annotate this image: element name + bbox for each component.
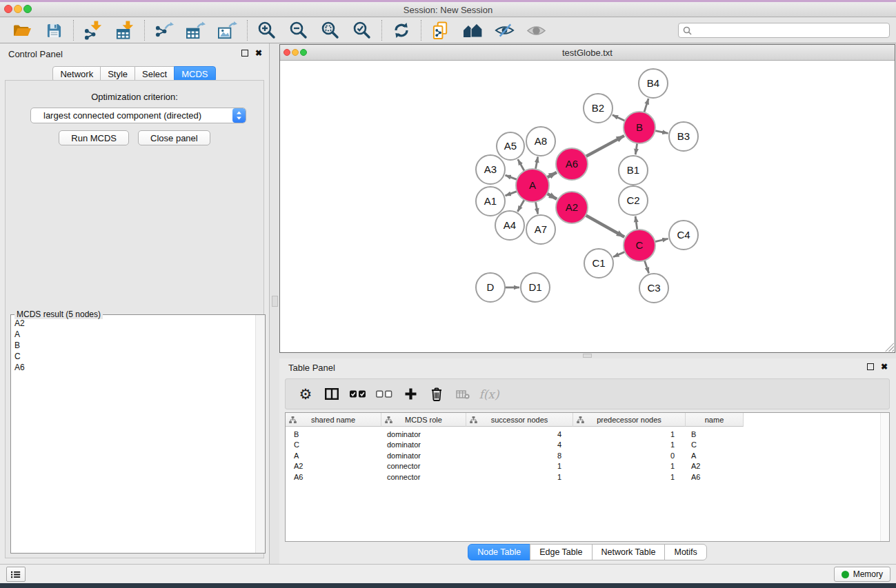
table-cell: 4 [466,430,573,438]
graph-edge-A6-B[interactable] [585,136,624,157]
column-layout-button[interactable] [319,382,345,407]
select-stepper-icon [232,108,246,123]
list-icon [11,570,21,579]
graph-edge-B-B1[interactable] [635,143,637,154]
mcds-scrollbar[interactable] [255,315,265,553]
column-header-name[interactable]: name [686,413,744,427]
double-house-icon [462,23,483,39]
graph-edge-A-A6[interactable] [546,172,557,178]
mcds-result-item[interactable]: C [11,351,255,362]
table-body: Bdominator41BCdominator41CAdominator80AA… [286,429,881,541]
table-cell: C [286,440,381,449]
graph-edge-B-B3[interactable] [655,130,668,133]
zoom-fit-button[interactable] [319,19,342,42]
table-cell: connector [381,473,466,481]
mcds-panel-body: Optimization criterion: largest connecte… [5,80,264,558]
table-cell: A6 [686,473,744,481]
graph-edge-A-A1[interactable] [506,191,518,196]
graph-edge-B-B2[interactable] [613,115,626,121]
graph-edge-A2-C[interactable] [585,215,624,237]
table-row[interactable]: A6connector11A6 [286,472,881,483]
network-canvas[interactable]: B4B2BB3A5A8A6A3AB1A1C2A2A4A7C4CC1DD1C3 [280,60,895,352]
select-all-columns-button[interactable] [345,382,371,407]
table-cell: 1 [573,440,686,449]
tab-motifs[interactable]: Motifs [664,544,706,560]
graph-node-label: A7 [535,223,547,235]
home-layout-button[interactable] [461,19,484,42]
export-image-button[interactable] [216,19,239,42]
table-row[interactable]: A2connector11A2 [286,461,881,472]
toolbar-separator [421,20,421,41]
table-row[interactable]: Bdominator41B [286,429,881,440]
zoom-selected-button[interactable] [350,19,374,42]
float-panel-icon[interactable] [241,50,248,57]
graph-edge-A-A4[interactable] [517,199,524,212]
float-panel-icon[interactable] [867,363,874,370]
clone-network-button[interactable] [429,19,452,42]
graph-edge-A-A8[interactable] [535,157,538,170]
close-panel-button[interactable]: Close panel [138,130,210,145]
tab-network-table[interactable]: Network Table [592,544,666,560]
table-row[interactable]: Cdominator41C [286,440,881,451]
graph-edge-A-A7[interactable] [535,201,538,214]
add-column-button[interactable] [397,382,424,407]
horizontal-splitter-handle[interactable] [583,354,592,358]
zoom-out-icon [290,21,308,39]
close-panel-icon[interactable]: ✖ [255,50,262,57]
export-table-button[interactable] [184,19,208,42]
graph-edge-A-A5[interactable] [518,159,525,172]
delete-table-button[interactable] [450,382,476,407]
table-row[interactable]: Adominator80A [286,450,881,461]
graph-edge-C-C2[interactable] [635,216,637,230]
graph-edge-A-A3[interactable] [506,175,518,180]
graph-edge-A-A2[interactable] [546,193,557,199]
delete-column-button[interactable] [424,382,450,407]
optimization-criterion-select[interactable]: largest connected component (directed) [30,108,246,123]
zoom-in-button[interactable] [255,19,279,42]
column-header-label: shared name [311,416,355,424]
table-cell: A6 [286,473,381,481]
deselect-all-columns-button[interactable] [371,382,397,407]
vertical-splitter-handle[interactable] [272,296,278,307]
import-network-button[interactable] [81,19,105,42]
task-history-button[interactable] [6,567,26,582]
tab-node-table[interactable]: Node Table [468,544,530,560]
mcds-result-item[interactable]: A2 [11,318,255,329]
tab-edge-table[interactable]: Edge Table [530,544,592,560]
column-header-successor-nodes[interactable]: successor nodes [466,413,573,427]
hide-details-button[interactable] [492,19,516,42]
column-header-shared-name[interactable]: shared name [286,413,381,427]
mcds-result-item[interactable]: A6 [11,362,255,373]
table-settings-button[interactable]: ⚙ [292,382,319,407]
mcds-result-item[interactable]: A [11,329,255,340]
column-header-MCDS-role[interactable]: MCDS role [381,413,466,427]
overview-button[interactable] [524,19,548,42]
hierarchy-icon [289,416,297,423]
graph-node-label: C1 [592,257,605,269]
mcds-result-box: MCDS result (5 nodes) A2ABCA6 [10,314,266,554]
table-cell: A [286,452,381,460]
import-table-icon [115,21,135,40]
run-mcds-button[interactable]: Run MCDS [59,130,129,145]
refresh-button[interactable] [390,19,413,42]
table-cell: connector [381,462,466,470]
zoom-out-button[interactable] [287,19,310,42]
export-network-button[interactable] [152,19,176,42]
memory-button[interactable]: Memory [834,567,890,582]
graph-edge-C-C1[interactable] [613,252,626,257]
column-header-predecessor-nodes[interactable]: predecessor nodes [573,413,686,427]
graph-edge-B-B4[interactable] [644,99,649,113]
table-scrollbar[interactable] [880,413,889,541]
function-builder-button[interactable]: f(x) [476,382,502,407]
column-header-label: name [705,416,724,424]
open-session-button[interactable] [10,19,34,42]
save-session-button[interactable] [42,19,66,42]
search-input[interactable] [695,25,885,36]
graph-edge-C-C4[interactable] [654,239,668,242]
plus-icon [405,388,417,400]
import-table-button[interactable] [113,19,137,42]
graph-edge-C-C3[interactable] [644,260,649,273]
close-panel-icon[interactable]: ✖ [881,363,888,370]
mcds-result-item[interactable]: B [11,340,255,351]
network-window-title: testGlobe.txt [280,48,895,58]
